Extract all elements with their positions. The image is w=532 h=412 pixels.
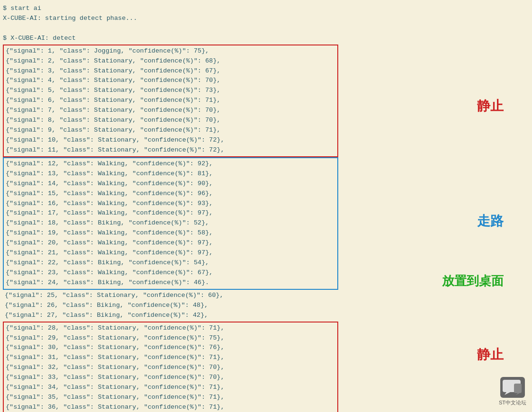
code-line: {"signal": 34, "class": Stationary, "con…	[6, 383, 335, 393]
code-line: {"signal": 24, "class": Biking, "confide…	[6, 278, 335, 288]
code-line: {"signal": 19, "class": Walking, "confid…	[6, 228, 335, 238]
annotation-stationary-2: 静止	[477, 346, 504, 364]
code-line: {"signal": 5, "class": Stationary, "conf…	[6, 86, 335, 96]
block4-red: {"signal": 28, "class": Stationary, "con…	[3, 322, 338, 412]
code-line: {"signal": 36, "class": Stationary, "con…	[6, 403, 335, 412]
code-line: {"signal": 18, "class": Biking, "confide…	[6, 218, 335, 228]
st-logo-icon	[500, 377, 525, 398]
code-line: {"signal": 16, "class": Walking, "confid…	[6, 199, 335, 209]
header-lines: $ start ai X-CUBE-AI: starting detect ph…	[3, 4, 338, 44]
code-line: {"signal": 29, "class": Stationary, "con…	[6, 333, 335, 343]
svg-rect-2	[514, 384, 522, 393]
svg-marker-3	[516, 393, 520, 395]
svg-marker-1	[505, 392, 510, 395]
annotations-panel: 静止 走路 放置到桌面 静止	[341, 0, 532, 412]
annotation-walking: 走路	[477, 212, 504, 230]
code-line: {"signal": 22, "class": Biking, "confide…	[6, 258, 335, 268]
code-line: {"signal": 8, "class": Stationary, "conf…	[6, 116, 335, 125]
code-line: {"signal": 2, "class": Stationary, "conf…	[6, 56, 335, 66]
code-line: {"signal": 32, "class": Stationary, "con…	[6, 363, 335, 373]
code-line: {"signal": 30, "class": Stationary, "con…	[6, 343, 335, 353]
code-line: {"signal": 9, "class": Stationary, "conf…	[6, 125, 335, 135]
code-line: {"signal": 13, "class": Walking, "confid…	[6, 169, 335, 179]
block3-noborder: {"signal": 25, "class": Stationary, "con…	[3, 290, 338, 322]
code-line: {"signal": 7, "class": Stationary, "conf…	[6, 106, 335, 116]
code-line: {"signal": 3, "class": Stationary, "conf…	[6, 66, 335, 76]
st-logo-label: ST中文论坛	[499, 399, 526, 406]
code-line: {"signal": 21, "class": Walking, "confid…	[6, 248, 335, 258]
code-line: {"signal": 33, "class": Stationary, "con…	[6, 373, 335, 383]
code-line: {"signal": 27, "class": Biking, "confide…	[5, 311, 336, 321]
code-line: {"signal": 6, "class": Stationary, "conf…	[6, 96, 335, 106]
code-line: {"signal": 25, "class": Stationary, "con…	[5, 291, 336, 301]
st-logo: ST中文论坛	[499, 377, 526, 406]
block1-red: {"signal": 1, "class": Jogging, "confide…	[3, 45, 338, 157]
code-line: {"signal": 4, "class": Stationary, "conf…	[6, 76, 335, 86]
code-line: {"signal": 12, "class": Walking, "confid…	[6, 159, 335, 169]
code-line: {"signal": 31, "class": Stationary, "con…	[6, 353, 335, 363]
code-line: {"signal": 26, "class": Biking, "confide…	[5, 301, 336, 311]
code-line: {"signal": 14, "class": Walking, "confid…	[6, 179, 335, 189]
code-line: {"signal": 35, "class": Stationary, "con…	[6, 393, 335, 403]
annotation-desk: 放置到桌面	[442, 273, 504, 289]
header-line-4: $ X-CUBE-AI: detect	[3, 34, 338, 44]
terminal-area: $ start ai X-CUBE-AI: starting detect ph…	[0, 0, 341, 412]
code-line: {"signal": 28, "class": Stationary, "con…	[6, 323, 335, 333]
annotation-stationary-1: 静止	[477, 97, 504, 115]
code-line: {"signal": 17, "class": Walking, "confid…	[6, 208, 335, 218]
code-line: {"signal": 10, "class": Stationary, "con…	[6, 135, 335, 145]
header-line-2: X-CUBE-AI: starting detect phase...	[3, 14, 338, 24]
header-line-3	[3, 24, 338, 34]
code-line: {"signal": 1, "class": Jogging, "confide…	[6, 46, 335, 56]
code-line: {"signal": 23, "class": Walking, "confid…	[6, 268, 335, 278]
code-line: {"signal": 11, "class": Stationary, "con…	[6, 145, 335, 155]
block2-blue: {"signal": 12, "class": Walking, "confid…	[3, 157, 338, 290]
chat-bubble-icon	[502, 379, 523, 396]
code-line: {"signal": 20, "class": Walking, "confid…	[6, 238, 335, 248]
code-line: {"signal": 15, "class": Walking, "confid…	[6, 189, 335, 199]
header-line-1: $ start ai	[3, 4, 338, 14]
